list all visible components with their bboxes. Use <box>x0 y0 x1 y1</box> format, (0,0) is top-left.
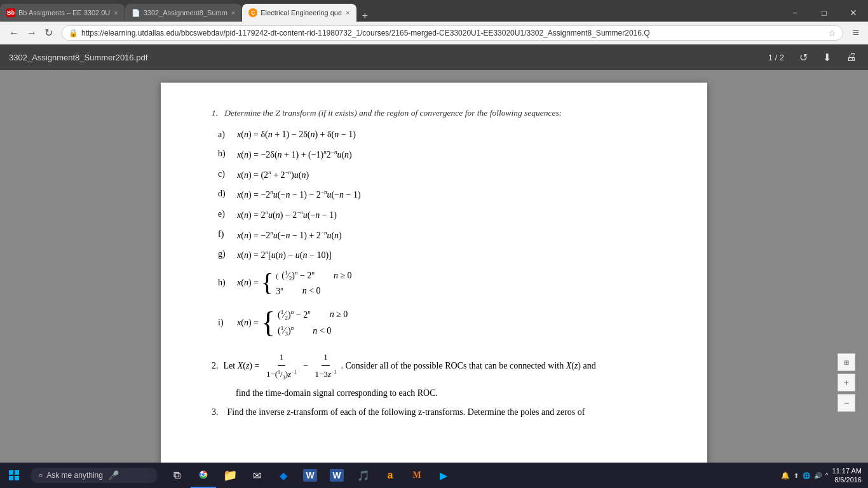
music-icon: 🎵 <box>357 470 370 482</box>
svg-point-2 <box>202 473 205 476</box>
brace-h-cond1: n ≥ 0 <box>334 271 352 281</box>
print-button[interactable]: 🖨 <box>844 49 859 65</box>
taskbar-app-explorer[interactable]: 📁 <box>217 463 243 488</box>
problem-c: c) x(n) = (2n + 2−n)u(n) <box>218 169 669 180</box>
problem-d-label: d) <box>218 189 237 199</box>
word-icon: W <box>303 469 316 482</box>
tab-close-ee[interactable]: × <box>346 9 349 17</box>
taskbar-datetime[interactable]: 11:17 AM 8/6/2016 <box>832 466 862 485</box>
taskbar-app-task-view[interactable]: ⧉ <box>164 463 189 488</box>
problem-f: f) x(n) = −2nu(−n − 1) + 2−nu(n) <box>218 229 669 241</box>
navigation-bar: ← → ↻ 🔒 https://elearning.utdallas.edu/b… <box>0 22 868 44</box>
microphone-icon: 🎤 <box>108 470 119 480</box>
taskbar-app-media[interactable]: ▶ <box>431 463 456 488</box>
problem-b: b) x(n) = −2δ(n + 1) + (−1)n2−nu(n) <box>218 149 669 160</box>
brace-h-lines: ( (1⁄2)n − 2n n ≥ 0 3n n < 0 <box>276 269 351 297</box>
new-tab-button[interactable]: + <box>357 10 373 22</box>
amazon-icon: a <box>388 470 393 481</box>
problem-d: d) x(n) = −2nu(−n − 1) − 2−nu(−n − 1) <box>218 189 669 200</box>
brace-i-line2: (1⁄3)n n < 0 <box>278 325 348 337</box>
download-button[interactable]: ⬇ <box>820 49 834 66</box>
taskbar-app-word[interactable]: W <box>297 463 323 488</box>
tab-label-bb: Bb Assigments – EE 3302.0U <box>18 9 110 17</box>
brace-i-cond1: n ≥ 0 <box>330 309 348 320</box>
cortana-search[interactable]: ○ Ask me anything 🎤 <box>31 468 158 483</box>
network-icon[interactable]: 🌐 <box>803 472 810 479</box>
tab-electrical-eng[interactable]: C Electrical Engineering que × <box>242 4 356 22</box>
ssl-lock-icon: 🔒 <box>69 29 78 37</box>
problem-e: e) x(n) = 2nu(n) − 2−nu(−n − 1) <box>218 209 669 220</box>
media-icon: ▶ <box>440 470 447 482</box>
dropbox-icon: ◆ <box>280 470 287 482</box>
taskbar-app-amazon[interactable]: a <box>377 463 403 488</box>
zoom-out-button[interactable]: − <box>837 394 855 412</box>
menu-button[interactable]: ≡ <box>848 24 863 42</box>
back-button[interactable]: ← <box>5 25 23 41</box>
pdf-content-area[interactable]: 1. Determine the Z transform (if it exis… <box>0 70 868 463</box>
tab-bar: Bb Bb Assigments – EE 3302.0U × 📄 3302_A… <box>0 0 868 22</box>
taskbar-app-matlab[interactable]: M <box>404 463 430 488</box>
problem-2-cont: find the time-domain signal correspondin… <box>212 388 669 398</box>
problem-3-num: 3. <box>212 407 225 417</box>
problem-h-label: h) <box>218 278 237 288</box>
problem-h: h) x(n) = { ( (1⁄2)n − 2n n ≥ 0 <box>218 269 669 297</box>
restore-button[interactable]: ◻ <box>810 4 839 22</box>
start-button[interactable] <box>0 463 28 488</box>
pdf-filename: 3302_Assignment8_Summer2016.pdf <box>9 53 768 62</box>
taskbar-app-word2[interactable]: W <box>324 463 349 488</box>
tab-close-pdf[interactable]: × <box>231 9 235 17</box>
notification-icon[interactable]: 🔔 <box>781 471 790 480</box>
taskbar-app-dropbox[interactable]: ◆ <box>271 463 296 488</box>
taskbar-app-mail[interactable]: ✉ <box>244 463 269 488</box>
show-desktop-icon[interactable]: ⬆ <box>794 472 799 479</box>
taskbar: ○ Ask me anything 🎤 ⧉ 📁 ✉ <box>0 463 868 488</box>
pdf-page-info: 1 / 2 <box>768 53 784 62</box>
frac1-num: 1 <box>278 349 286 366</box>
tray-overflow[interactable]: ^ <box>825 472 829 479</box>
problem-f-label: f) <box>218 229 237 240</box>
forward-button[interactable]: → <box>23 25 41 41</box>
task-view-icon: ⧉ <box>173 470 180 481</box>
problem-2-let: Let X(z) = <box>224 357 260 375</box>
tab-label-ee: Electrical Engineering que <box>261 9 342 17</box>
brace-h-expr1: ( (1⁄2)n − 2n <box>276 269 315 281</box>
tab-label-pdf: 3302_Assignment8_Summ <box>144 9 227 17</box>
brace-h-cond2: n < 0 <box>302 286 321 296</box>
zoom-fit-button[interactable]: ⊞ <box>837 353 855 371</box>
problem-2-container: 2. Let X(z) = 1 1−(1/3)z−1 − 1 1−3z−1 . … <box>212 349 669 398</box>
problem-h-eq: x(n) = <box>237 278 259 288</box>
zoom-in-button[interactable]: + <box>837 374 855 391</box>
brace-i-line1: (1⁄2)n − 2n n ≥ 0 <box>278 309 348 321</box>
explorer-icon: 📁 <box>223 468 237 482</box>
problem-e-label: e) <box>218 209 237 219</box>
taskbar-app-music[interactable]: 🎵 <box>351 463 376 488</box>
problem-2-num: 2. <box>212 357 219 375</box>
refresh-button[interactable]: ↻ <box>41 24 57 41</box>
bookmark-icon[interactable]: ☆ <box>828 28 836 38</box>
problem-a-label: a) <box>218 130 237 140</box>
brace-h-line2: 3n n < 0 <box>276 285 351 297</box>
fraction-1: 1 1−(1/3)z−1 <box>264 349 299 383</box>
taskbar-app-chrome[interactable] <box>191 463 216 488</box>
close-window-button[interactable]: ✕ <box>839 4 868 22</box>
brace-i-cond2: n < 0 <box>313 326 331 336</box>
address-bar[interactable]: 🔒 https://elearning.utdallas.edu/bbcsweb… <box>62 25 843 41</box>
rotate-button[interactable]: ↺ <box>797 49 810 66</box>
tab-assignment-pdf[interactable]: 📄 3302_Assignment8_Summ × <box>125 4 242 22</box>
frac2-den: 1−3z−1 <box>313 366 339 383</box>
system-tray: 🔔 ⬆ 🌐 🔊 ^ 11:17 AM 8/6/2016 <box>781 466 868 485</box>
tab-close-bb[interactable]: × <box>114 9 118 17</box>
address-text: https://elearning.utdallas.edu/bbcswebda… <box>81 29 824 37</box>
problem-d-eq: x(n) = −2nu(−n − 1) − 2−nu(−n − 1) <box>237 189 361 200</box>
tab-favicon-ee: C <box>248 8 257 17</box>
problem-b-eq: x(n) = −2δ(n + 1) + (−1)n2−nu(n) <box>237 149 352 160</box>
zoom-controls: ⊞ + − <box>837 353 855 412</box>
pdf-page: 1. Determine the Z transform (if it exis… <box>161 83 707 463</box>
minimize-button[interactable]: − <box>780 4 810 22</box>
problem-i-label: i) <box>218 318 237 328</box>
problem-g-label: g) <box>218 249 237 259</box>
brace-i-expr2: (1⁄3)n <box>278 325 294 337</box>
volume-icon[interactable]: 🔊 <box>814 472 822 479</box>
tab-bb-assignments[interactable]: Bb Bb Assigments – EE 3302.0U × <box>0 4 125 22</box>
brace-h-expr2: 3n <box>276 285 283 297</box>
